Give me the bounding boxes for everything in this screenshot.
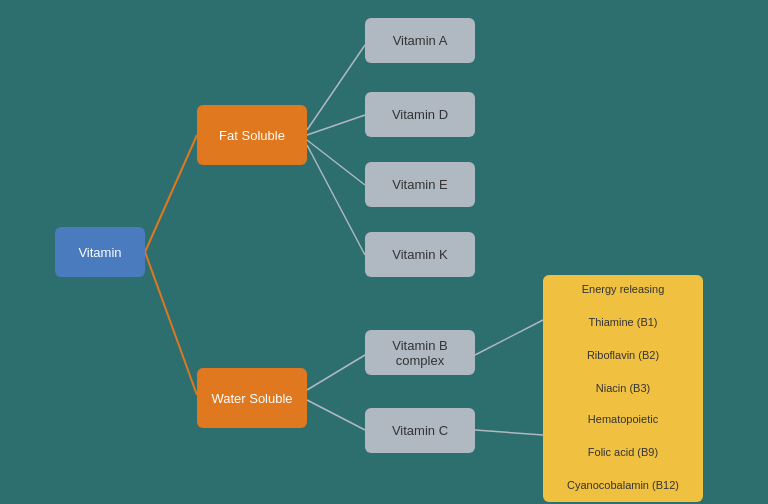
vitamin-c-detail-node: Hematopoietic Folic acid (B9) Cyanocobal… <box>543 405 703 500</box>
vitamin-k-node: Vitamin K <box>365 232 475 277</box>
fat-soluble-node: Fat Soluble <box>197 105 307 165</box>
vitamin-label: Vitamin <box>78 245 121 260</box>
water-soluble-label: Water Soluble <box>211 391 292 406</box>
b-complex-energy: Energy releasing <box>582 281 665 298</box>
vitamin-node: Vitamin <box>55 227 145 277</box>
vitamin-d-node: Vitamin D <box>365 92 475 137</box>
vitamin-e-node: Vitamin E <box>365 162 475 207</box>
vitamin-a-label: Vitamin A <box>393 33 448 48</box>
b-complex-b1: Thiamine (B1) <box>588 314 657 331</box>
b-complex-b3: Niacin (B3) <box>596 380 650 397</box>
vitamin-a-node: Vitamin A <box>365 18 475 63</box>
vitamin-e-label: Vitamin E <box>392 177 447 192</box>
vitamin-c-label: Vitamin C <box>392 423 448 438</box>
vc-cyano: Cyanocobalamin (B12) <box>567 477 679 494</box>
vitamin-c-node: Vitamin C <box>365 408 475 453</box>
vc-hematopoietic: Hematopoietic <box>588 411 658 428</box>
fat-soluble-label: Fat Soluble <box>219 128 285 143</box>
water-soluble-node: Water Soluble <box>197 368 307 428</box>
b-complex-b2: Riboflavin (B2) <box>587 347 659 364</box>
vitamin-d-label: Vitamin D <box>392 107 448 122</box>
vitamin-k-label: Vitamin K <box>392 247 447 262</box>
vitamin-b-complex-label: Vitamin B complex <box>373 338 467 368</box>
vitamin-b-complex-node: Vitamin B complex <box>365 330 475 375</box>
vc-folic: Folic acid (B9) <box>588 444 658 461</box>
